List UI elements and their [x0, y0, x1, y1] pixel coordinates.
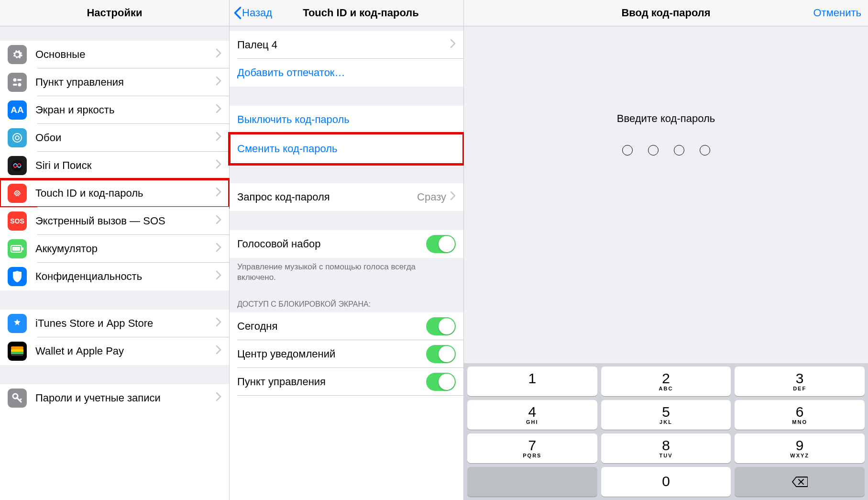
- sos-icon: SOS: [8, 211, 27, 231]
- settings-row-appstore[interactable]: iTunes Store и App Store: [0, 310, 229, 337]
- settings-row-privacy[interactable]: Конфиденциальность: [0, 263, 229, 290]
- chevron-right-icon: [450, 191, 456, 203]
- settings-row-wallpaper[interactable]: Обои: [0, 124, 229, 152]
- passcode-dot: [622, 145, 633, 156]
- key-letters: MNO: [792, 419, 807, 425]
- nav-title: Touch ID и код-пароль: [303, 7, 419, 19]
- group-gap: [230, 164, 463, 183]
- key-digit: 2: [662, 371, 670, 386]
- cancel-button[interactable]: Отменить: [813, 7, 861, 19]
- chevron-right-icon: [216, 104, 221, 116]
- chevron-right-icon: [216, 317, 221, 330]
- settings-row-display[interactable]: AAЭкран и яркость: [0, 96, 229, 124]
- svg-rect-12: [11, 349, 23, 352]
- keypad-key-1[interactable]: 1: [467, 367, 597, 396]
- svg-point-4: [13, 133, 22, 142]
- priv-icon: [8, 267, 27, 286]
- group-gap: [0, 290, 229, 310]
- settings-row-touchid[interactable]: Touch ID и код-пароль: [0, 179, 229, 207]
- group-gap: [230, 87, 463, 106]
- touchid-pane: Назад Touch ID и код-пароль Палец 4 Доба…: [230, 0, 464, 500]
- row-label: Touch ID и код-пароль: [35, 187, 216, 200]
- turn-off-label: Выключить код-пароль: [237, 113, 456, 126]
- row-label: Siri и Поиск: [35, 159, 216, 172]
- row-label: Wallet и Apple Pay: [35, 345, 216, 357]
- chevron-right-icon: [450, 39, 456, 51]
- chevron-right-icon: [216, 159, 221, 172]
- keypad-key-3[interactable]: 3DEF: [735, 367, 865, 396]
- chevron-right-icon: [216, 187, 221, 200]
- as-icon: [8, 314, 27, 333]
- cc-label: Пункт управления: [237, 376, 426, 388]
- key-digit: 4: [528, 405, 536, 419]
- row-today[interactable]: Сегодня: [230, 312, 463, 340]
- keypad-key-4[interactable]: 4GHI: [467, 400, 597, 430]
- group-gap: [230, 211, 463, 230]
- chevron-right-icon: [216, 392, 221, 404]
- bat-icon: [8, 239, 27, 258]
- gear-icon: [8, 45, 27, 64]
- settings-row-battery[interactable]: Аккумулятор: [0, 235, 229, 263]
- keypad-key-5[interactable]: 5JKL: [601, 400, 731, 430]
- row-add-fingerprint[interactable]: Добавить отпечаток…: [230, 59, 463, 87]
- keypad-key-2[interactable]: 2ABC: [601, 367, 731, 396]
- row-change-passcode[interactable]: Сменить код-пароль: [230, 133, 463, 164]
- wall-icon: [8, 128, 27, 147]
- keypad-key-8[interactable]: 8TUV: [601, 433, 731, 463]
- row-control-center-lock[interactable]: Пункт управления: [230, 368, 463, 396]
- require-label: Запрос код-пароля: [237, 191, 417, 203]
- row-turn-off-passcode[interactable]: Выключить код-пароль: [230, 106, 463, 133]
- chevron-right-icon: [216, 76, 221, 89]
- svg-rect-8: [12, 247, 20, 251]
- row-notification-center[interactable]: Центр уведомлений: [230, 340, 463, 368]
- key-letters: DEF: [793, 386, 806, 391]
- row-finger-4[interactable]: Палец 4: [230, 31, 463, 59]
- key-letters: JKL: [659, 419, 672, 425]
- nav-title: Ввод код-пароля: [621, 7, 710, 19]
- svg-rect-11: [11, 346, 23, 349]
- settings-row-control-center[interactable]: Пункт управления: [0, 68, 229, 96]
- row-voice-dial[interactable]: Голосовой набор: [230, 230, 463, 258]
- key-digit: 0: [662, 474, 670, 489]
- back-button[interactable]: Назад: [233, 6, 272, 20]
- keypad-key-7[interactable]: 7PQRS: [467, 433, 597, 463]
- switch-cc[interactable]: [426, 373, 456, 391]
- settings-row-wallet[interactable]: Wallet и Apple Pay: [0, 337, 229, 365]
- switch-nc[interactable]: [426, 345, 456, 363]
- switch-voice-dial[interactable]: [426, 235, 456, 253]
- keypad-key-0[interactable]: 0: [601, 467, 731, 497]
- svg-point-5: [15, 136, 19, 140]
- siri-icon: [8, 156, 27, 175]
- key-letters: GHI: [526, 419, 538, 425]
- navbar-passcode: Ввод код-пароля Отменить: [464, 0, 868, 26]
- group-gap: [230, 26, 463, 31]
- row-label: Экстренный вызов — SOS: [35, 215, 216, 227]
- passcode-entry-pane: Ввод код-пароля Отменить Введите код-пар…: [464, 0, 868, 500]
- svg-point-2: [18, 83, 22, 87]
- numeric-keypad: 1 2ABC3DEF4GHI5JKL6MNO7PQRS8TUV9WXYZ0: [464, 363, 868, 500]
- cc-icon: [8, 73, 27, 92]
- keypad-key-6[interactable]: 6MNO: [735, 400, 865, 430]
- wal-icon: [8, 342, 27, 361]
- passcode-dot: [674, 145, 684, 156]
- row-label: Пароли и учетные записи: [35, 392, 216, 404]
- chevron-right-icon: [216, 215, 221, 227]
- settings-row-sos[interactable]: SOSЭкстренный вызов — SOS: [0, 207, 229, 235]
- settings-row-general[interactable]: Основные: [0, 41, 229, 68]
- keypad-backspace[interactable]: [735, 467, 865, 497]
- voice-dial-label: Голосовой набор: [237, 238, 426, 250]
- group-gap: [0, 365, 229, 384]
- row-require-passcode[interactable]: Запрос код-пароля Сразу: [230, 183, 463, 211]
- group-gap: [0, 26, 229, 41]
- keypad-key-9[interactable]: 9WXYZ: [735, 433, 865, 463]
- switch-today[interactable]: [426, 317, 456, 335]
- settings-row-passwords[interactable]: Пароли и учетные записи: [0, 384, 229, 412]
- navbar-settings: Настройки: [0, 0, 229, 26]
- row-label: Конфиденциальность: [35, 270, 216, 283]
- svg-rect-13: [11, 352, 23, 354]
- settings-row-siri[interactable]: Siri и Поиск: [0, 152, 229, 179]
- touch-icon: [8, 184, 27, 203]
- settings-root-pane: Настройки ОсновныеПункт управленияAAЭкра…: [0, 0, 230, 500]
- finger4-label: Палец 4: [237, 39, 450, 51]
- row-label: Пункт управления: [35, 76, 216, 89]
